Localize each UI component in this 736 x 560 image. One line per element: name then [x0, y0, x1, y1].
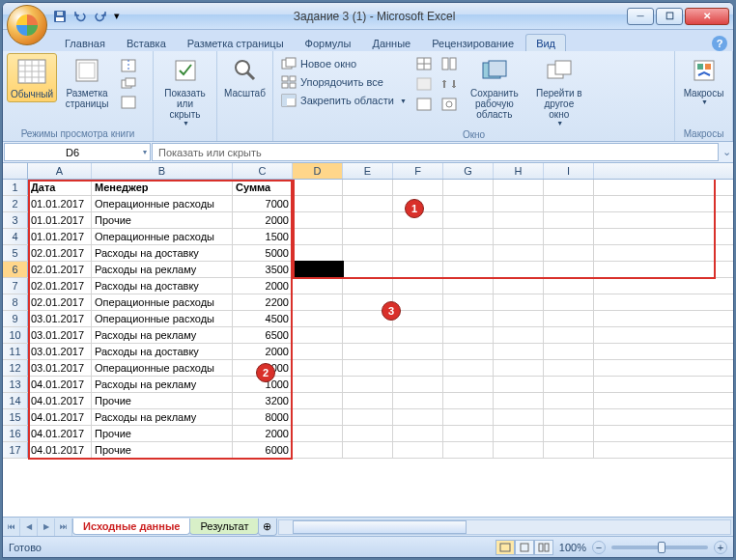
cell[interactable]	[494, 426, 544, 441]
page-break-preview-button[interactable]	[117, 57, 140, 74]
cell[interactable]: Расходы на доставку	[92, 278, 233, 294]
hide-button[interactable]	[412, 75, 436, 93]
cell[interactable]	[293, 311, 343, 326]
sync-scroll-button[interactable]	[438, 75, 461, 93]
cell[interactable]	[293, 229, 343, 244]
tab-data[interactable]: Данные	[362, 35, 420, 51]
cell[interactable]	[393, 426, 443, 441]
cell[interactable]	[293, 180, 343, 195]
cell[interactable]	[544, 311, 594, 326]
cell[interactable]	[343, 278, 393, 294]
office-button[interactable]	[7, 5, 47, 45]
cell[interactable]	[443, 377, 494, 392]
save-icon[interactable]	[51, 8, 69, 25]
sheet-nav-next-icon[interactable]: ▶	[38, 518, 55, 536]
cell[interactable]	[293, 409, 343, 425]
reset-window-button[interactable]	[438, 96, 461, 113]
cell[interactable]	[393, 409, 443, 425]
cell[interactable]	[293, 245, 343, 261]
row-header[interactable]: 2	[3, 196, 28, 211]
cell[interactable]	[544, 377, 594, 392]
cell[interactable]	[343, 196, 393, 211]
cell[interactable]	[494, 229, 544, 244]
cell[interactable]: 2200	[233, 294, 293, 310]
zoom-level[interactable]: 100%	[559, 542, 586, 553]
cell[interactable]	[293, 393, 343, 408]
cell[interactable]	[443, 360, 494, 376]
arrange-all-button[interactable]: Упорядочить все	[277, 73, 410, 91]
worksheet-grid[interactable]: 1ДатаМенеджерСумма201.01.2017Операционны…	[3, 180, 733, 517]
cell[interactable]	[494, 377, 544, 392]
status-normal-view-icon[interactable]	[495, 540, 515, 555]
cell[interactable]	[494, 442, 544, 458]
cell[interactable]	[443, 229, 494, 244]
row-header[interactable]: 4	[3, 229, 28, 244]
cell[interactable]: 02.01.2017	[28, 262, 92, 277]
cell[interactable]: 04.01.2017	[28, 377, 92, 392]
cell[interactable]	[293, 442, 343, 458]
cell[interactable]	[343, 442, 393, 458]
zoom-out-button[interactable]: −	[592, 541, 606, 554]
cell[interactable]: 03.01.2017	[28, 311, 92, 326]
row-header[interactable]: 16	[3, 426, 28, 441]
cell[interactable]	[293, 360, 343, 376]
sheet-tab-result[interactable]: Результат	[189, 518, 259, 535]
row-header[interactable]: 5	[3, 245, 28, 261]
zoom-in-button[interactable]: +	[714, 541, 727, 554]
unhide-button[interactable]	[412, 96, 436, 113]
tab-formulas[interactable]: Формулы	[296, 35, 361, 51]
cell[interactable]	[393, 311, 443, 326]
cell[interactable]	[494, 245, 544, 261]
formula-bar-expand-icon[interactable]: ⌄	[720, 142, 733, 162]
split-button[interactable]	[412, 55, 436, 72]
row-header[interactable]: 10	[3, 327, 28, 343]
cell[interactable]: 02.01.2017	[28, 294, 92, 310]
cell[interactable]: 01.01.2017	[28, 229, 92, 244]
cell[interactable]: 3200	[233, 393, 293, 408]
column-header-G[interactable]: G	[443, 163, 494, 179]
tab-view[interactable]: Вид	[525, 34, 566, 51]
cell[interactable]	[443, 344, 494, 359]
status-page-layout-icon[interactable]	[515, 540, 534, 555]
cell[interactable]	[494, 327, 544, 343]
formula-bar[interactable]: Показать или скрыть	[152, 143, 719, 161]
cell[interactable]: Операционные расходы	[92, 196, 233, 211]
cell[interactable]	[544, 344, 594, 359]
cell[interactable]	[293, 262, 343, 277]
maximize-button[interactable]: ☐	[656, 8, 683, 25]
cell[interactable]	[443, 212, 494, 228]
column-header-I[interactable]: I	[544, 163, 594, 179]
cell[interactable]	[544, 245, 594, 261]
cell[interactable]: 04.01.2017	[28, 426, 92, 441]
cell[interactable]	[443, 262, 494, 277]
cell[interactable]	[544, 212, 594, 228]
page-layout-view-button[interactable]: Разметка страницы	[59, 53, 115, 111]
cell[interactable]	[544, 442, 594, 458]
column-header-H[interactable]: H	[494, 163, 544, 179]
sheet-nav-first-icon[interactable]: ⏮	[3, 518, 20, 536]
cell[interactable]	[443, 426, 494, 441]
cell[interactable]	[343, 262, 393, 277]
cell[interactable]: 4500	[233, 311, 293, 326]
cell[interactable]	[343, 327, 393, 343]
cell[interactable]	[494, 311, 544, 326]
help-icon[interactable]: ?	[712, 36, 727, 51]
cell[interactable]	[393, 377, 443, 392]
cell[interactable]	[544, 426, 594, 441]
cell[interactable]	[343, 212, 393, 228]
cell[interactable]	[494, 360, 544, 376]
cell[interactable]: 7000	[233, 196, 293, 211]
row-header[interactable]: 6	[3, 262, 28, 277]
cell[interactable]: 2000	[233, 426, 293, 441]
cell[interactable]	[443, 278, 494, 294]
cell[interactable]	[293, 212, 343, 228]
cell[interactable]: 6000	[233, 442, 293, 458]
cell[interactable]	[393, 393, 443, 408]
cell[interactable]	[293, 327, 343, 343]
cell[interactable]	[343, 377, 393, 392]
redo-icon[interactable]	[92, 8, 109, 25]
cell[interactable]: Операционные расходы	[92, 360, 233, 376]
cell[interactable]	[443, 180, 494, 195]
view-side-by-side-button[interactable]	[438, 55, 461, 72]
row-header[interactable]: 11	[3, 344, 28, 359]
